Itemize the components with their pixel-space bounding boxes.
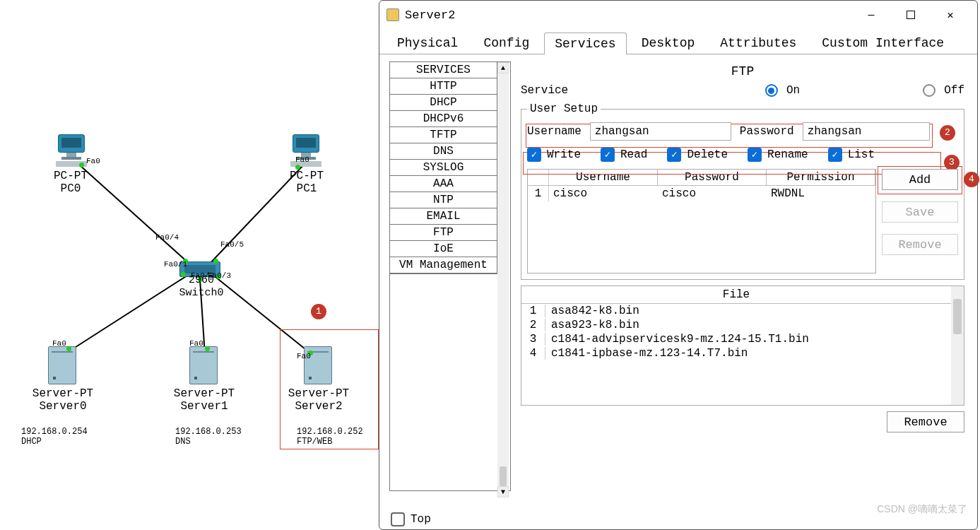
minimize-button[interactable]: — — [851, 2, 891, 28]
user-setup-fieldset: User Setup 2 Username Password 3 ✓Write … — [521, 102, 964, 280]
add-button[interactable]: Add — [882, 169, 958, 190]
svc-email[interactable]: EMAIL — [390, 208, 497, 225]
svc-dhcpv6[interactable]: DHCPv6 — [390, 111, 497, 127]
file-row[interactable]: 2asa923-k8.bin — [521, 318, 951, 332]
switch-label: 2960Switch0 — [170, 274, 233, 300]
close-button[interactable]: ✕ — [931, 2, 970, 28]
port-label: Fa0/4 — [155, 233, 179, 242]
svc-dhcp[interactable]: DHCP — [390, 95, 497, 111]
services-sidebar: SERVICES HTTP DHCP DHCPv6 TFTP DNS SYSLO… — [389, 61, 511, 491]
panel-title: FTP — [521, 64, 964, 78]
checkbox-delete[interactable]: ✓ — [667, 148, 681, 162]
svc-ftp[interactable]: FTP — [390, 225, 497, 241]
file-list: File 1asa842-k8.bin 2asa923-k8.bin 3c184… — [521, 285, 964, 406]
tab-attributes[interactable]: Attributes — [709, 32, 807, 54]
config-window: Server2 — ✕ Physical Config Services Des… — [379, 0, 978, 530]
username-input[interactable] — [590, 122, 731, 141]
device-pc0[interactable] — [55, 134, 88, 165]
users-table: Username Password Permission 1 cisco cis… — [527, 169, 876, 273]
tab-bar: Physical Config Services Desktop Attribu… — [379, 29, 977, 54]
tab-services[interactable]: Services — [544, 33, 626, 54]
off-label: Off — [944, 84, 964, 97]
checkbox-list[interactable]: ✓ — [828, 148, 842, 162]
file-scrollbar[interactable] — [951, 286, 964, 405]
maximize-button[interactable] — [891, 2, 931, 28]
checkbox-read[interactable]: ✓ — [601, 148, 615, 162]
port-label: Fa0/5 — [220, 240, 244, 249]
svc-aaa[interactable]: AAA — [390, 176, 497, 192]
annotation-badge-1: 1 — [311, 304, 326, 319]
tab-custom[interactable]: Custom Interface — [811, 32, 955, 54]
window-title: Server2 — [405, 8, 455, 22]
port-label: Fa0 — [189, 339, 203, 348]
annotation-badge-4: 4 — [964, 172, 979, 187]
scroll-up-icon[interactable]: ▲ — [497, 62, 509, 73]
scrollbar-thumb[interactable] — [500, 466, 507, 486]
save-button[interactable]: Save — [882, 201, 958, 223]
top-checkbox[interactable] — [391, 512, 405, 526]
write-label: Write — [547, 148, 581, 161]
read-label: Read — [620, 148, 647, 161]
app-icon — [386, 8, 399, 21]
svc-http[interactable]: HTTP — [390, 78, 497, 95]
password-input[interactable] — [803, 122, 930, 141]
port-label: Fa0 — [86, 157, 100, 165]
annotation-box-1 — [280, 329, 379, 449]
scroll-down-icon[interactable]: ▼ — [497, 486, 509, 497]
port-label: Fa0/1 — [164, 260, 187, 269]
server1-ip: 192.168.0.253DNS — [175, 427, 242, 447]
scrollbar-thumb[interactable] — [953, 299, 962, 334]
device-server1[interactable] — [189, 346, 218, 384]
service-label: Service — [521, 84, 568, 97]
delete-label: Delete — [687, 148, 728, 161]
password-label: Password — [740, 125, 794, 138]
pc1-label: PC-PTPC1 — [278, 170, 335, 195]
link-led — [205, 346, 210, 351]
radio-on[interactable] — [765, 84, 778, 97]
list-label: List — [848, 148, 875, 161]
username-label: Username — [527, 125, 581, 138]
svc-ntp[interactable]: NTP — [390, 192, 497, 208]
svc-tftp[interactable]: TFTP — [390, 127, 497, 143]
svc-services[interactable]: SERVICES — [390, 62, 497, 78]
svc-syslog[interactable]: SYSLOG — [390, 160, 497, 176]
device-server0[interactable] — [48, 346, 76, 384]
remove-file-button[interactable]: Remove — [887, 411, 964, 432]
file-row[interactable]: 4c1841-ipbase-mz.123-14.T7.bin — [521, 346, 951, 360]
link-led — [66, 346, 71, 351]
radio-off[interactable] — [923, 84, 935, 97]
on-label: On — [786, 84, 800, 97]
checkbox-rename[interactable]: ✓ — [748, 148, 762, 162]
port-label: Fa0 — [295, 155, 309, 164]
svc-ioe[interactable]: IoE — [390, 241, 497, 257]
svc-vm[interactable]: VM Management — [390, 257, 497, 273]
checkbox-write[interactable]: ✓ — [527, 148, 541, 162]
file-row[interactable]: 1asa842-k8.bin — [521, 304, 951, 318]
topology-canvas: Fa0 PC-PTPC0 Fa0 PC-PTPC1 Fa0/4 Fa0/5 Fa… — [0, 106, 382, 438]
tab-physical[interactable]: Physical — [386, 32, 468, 54]
remove-user-button[interactable]: Remove — [882, 234, 958, 255]
tab-desktop[interactable]: Desktop — [631, 32, 706, 54]
server1-label: Server-PTServer1 — [165, 387, 243, 413]
link-led — [295, 165, 300, 170]
watermark: CSDN @嘀嘀太菜了 — [877, 503, 967, 516]
svc-dns[interactable]: DNS — [390, 143, 497, 160]
port-label: Fa0 — [52, 339, 66, 348]
table-row[interactable]: 1 cisco cisco RWDNL — [528, 186, 875, 201]
link-led — [213, 259, 218, 264]
titlebar[interactable]: Server2 — ✕ — [379, 1, 977, 29]
file-row[interactable]: 3c1841-advipservicesk9-mz.124-15.T1.bin — [521, 332, 951, 346]
server0-ip: 192.168.0.254DHCP — [21, 427, 88, 447]
server0-label: Server-PTServer0 — [24, 387, 102, 413]
user-setup-legend: User Setup — [527, 102, 601, 115]
link-led — [79, 163, 84, 167]
rename-label: Rename — [767, 148, 808, 161]
tab-config[interactable]: Config — [473, 32, 540, 54]
top-label: Top — [411, 513, 431, 526]
sidebar-scrollbar[interactable]: ▲ ▼ — [497, 62, 509, 490]
pc0-label: PC-PTPC0 — [42, 170, 99, 195]
file-header: File — [521, 286, 951, 304]
